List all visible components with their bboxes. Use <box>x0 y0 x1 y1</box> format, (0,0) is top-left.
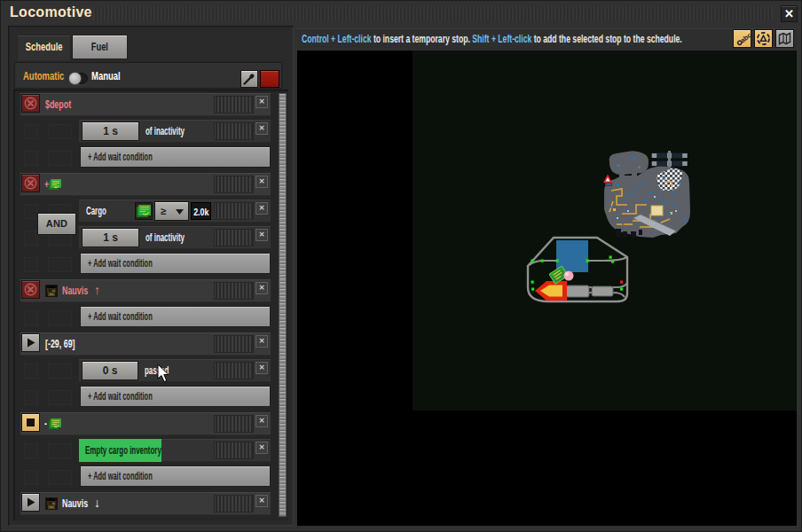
svg-text:abc: abc <box>739 31 751 44</box>
